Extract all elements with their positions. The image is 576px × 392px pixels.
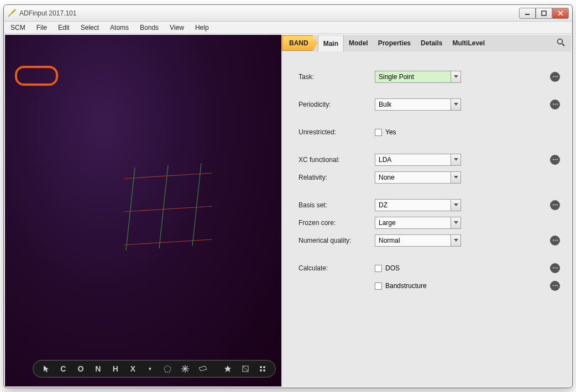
search-icon[interactable] xyxy=(553,38,569,49)
svg-point-19 xyxy=(558,39,563,44)
star-tool-icon[interactable] xyxy=(223,364,233,374)
chevron-down-icon[interactable] xyxy=(451,200,460,211)
dropdown-icon[interactable]: ▾ xyxy=(145,364,155,374)
label-xc: XC functional: xyxy=(299,156,375,164)
label-task: Task: xyxy=(299,73,375,81)
label-core: Frozen core: xyxy=(299,219,375,227)
svg-line-3 xyxy=(124,206,212,212)
checkbox-dos[interactable] xyxy=(375,265,382,272)
more-periodicity[interactable]: ⋯ xyxy=(550,100,560,109)
titlebar: ADFinput 2017.101 xyxy=(4,5,572,22)
lattice-grid xyxy=(113,156,223,256)
checkbox-bandstructure[interactable] xyxy=(375,283,382,290)
more-xc[interactable]: ⋯ xyxy=(550,155,560,165)
select-core[interactable]: Large xyxy=(375,217,461,229)
svg-point-17 xyxy=(260,369,262,372)
maximize-button[interactable] xyxy=(536,8,552,19)
more-bandstructure[interactable]: ⋯ xyxy=(550,281,560,291)
engine-selector[interactable]: BAND xyxy=(282,35,318,51)
menu-edit[interactable]: Edit xyxy=(54,23,74,33)
tab-multilevel[interactable]: MultiLevel xyxy=(447,35,490,51)
label-periodicity: Periodicity: xyxy=(299,101,375,108)
select-relativity[interactable]: None xyxy=(375,171,461,184)
tabbar: BAND Main Model Properties Details Multi… xyxy=(282,35,571,51)
tab-properties[interactable]: Properties xyxy=(373,35,416,51)
tab-main[interactable]: Main xyxy=(318,35,344,51)
content-area: C O N H X ▾ xyxy=(5,35,571,386)
label-relativity: Relativity: xyxy=(299,174,375,181)
svg-marker-8 xyxy=(164,365,171,372)
window-title: ADFinput 2017.101 xyxy=(19,9,76,17)
menu-bonds[interactable]: Bonds xyxy=(135,23,163,33)
element-toolbar: C O N H X ▾ xyxy=(33,360,276,378)
chevron-down-icon[interactable] xyxy=(451,154,460,165)
element-c[interactable]: C xyxy=(59,364,69,374)
svg-line-6 xyxy=(159,165,168,248)
svg-rect-1 xyxy=(542,11,546,15)
svg-line-20 xyxy=(562,44,564,46)
dots-tool-icon[interactable] xyxy=(258,364,268,374)
element-n[interactable]: N xyxy=(93,364,103,374)
svg-line-4 xyxy=(124,239,212,245)
svg-line-2 xyxy=(124,173,212,179)
chevron-down-icon[interactable] xyxy=(451,71,460,82)
chevron-down-icon[interactable] xyxy=(451,172,460,183)
close-button[interactable] xyxy=(552,8,569,19)
svg-line-7 xyxy=(192,163,201,246)
menu-file[interactable]: File xyxy=(32,23,51,33)
more-task[interactable]: ⋯ xyxy=(550,72,560,82)
option-yes: Yes xyxy=(385,128,396,136)
menubar: SCM File Edit Select Atoms Bonds View He… xyxy=(4,22,572,34)
select-periodicity[interactable]: Bulk xyxy=(375,98,461,111)
molecule-viewport[interactable]: C O N H X ▾ xyxy=(5,35,281,386)
svg-line-14 xyxy=(243,366,248,372)
label-basis: Basis set: xyxy=(299,201,375,209)
menu-scm[interactable]: SCM xyxy=(6,23,30,33)
box-tool-icon[interactable] xyxy=(240,364,250,374)
label-numq: Numerical quality: xyxy=(299,237,375,244)
tab-model[interactable]: Model xyxy=(344,35,373,51)
more-basis[interactable]: ⋯ xyxy=(550,200,560,210)
chevron-down-icon[interactable] xyxy=(451,217,460,228)
element-h[interactable]: H xyxy=(111,364,121,374)
select-numq[interactable]: Normal xyxy=(375,234,461,247)
slab-tool-icon[interactable] xyxy=(198,364,208,374)
chevron-down-icon[interactable] xyxy=(451,235,460,246)
app-icon xyxy=(7,9,16,18)
settings-panel: BAND Main Model Properties Details Multi… xyxy=(281,35,571,386)
element-o[interactable]: O xyxy=(76,364,86,374)
pointer-tool-icon[interactable] xyxy=(41,364,51,374)
checkbox-unrestricted[interactable] xyxy=(375,129,382,136)
select-basis[interactable]: DZ xyxy=(375,199,461,211)
svg-point-15 xyxy=(260,366,262,368)
settings-form: Task: Single Point ⋯ Periodicity: Bulk ⋯ xyxy=(282,51,571,386)
minimize-button[interactable] xyxy=(519,8,536,19)
option-dos: DOS xyxy=(385,264,400,272)
svg-point-18 xyxy=(263,369,265,372)
menu-atoms[interactable]: Atoms xyxy=(106,23,133,33)
label-calculate: Calculate: xyxy=(299,264,375,272)
ring-tool-icon[interactable] xyxy=(163,364,173,374)
menu-help[interactable]: Help xyxy=(191,23,213,33)
menu-select[interactable]: Select xyxy=(76,23,103,33)
app-window: ADFinput 2017.101 SCM File Edit Select A… xyxy=(3,4,573,388)
label-unrestricted: Unrestricted: xyxy=(299,128,375,136)
select-xc[interactable]: LDA xyxy=(375,154,461,166)
svg-line-5 xyxy=(126,168,135,250)
chevron-down-icon[interactable] xyxy=(451,99,460,110)
option-bandstructure: Bandstructure xyxy=(385,282,427,290)
select-task[interactable]: Single Point xyxy=(375,71,461,83)
svg-point-16 xyxy=(263,366,265,368)
tab-details[interactable]: Details xyxy=(416,35,447,51)
more-dos[interactable]: ⋯ xyxy=(550,263,560,273)
element-x[interactable]: X xyxy=(128,364,138,374)
more-numq[interactable]: ⋯ xyxy=(550,236,560,245)
snowflake-tool-icon[interactable] xyxy=(180,364,190,374)
menu-view[interactable]: View xyxy=(165,23,188,33)
